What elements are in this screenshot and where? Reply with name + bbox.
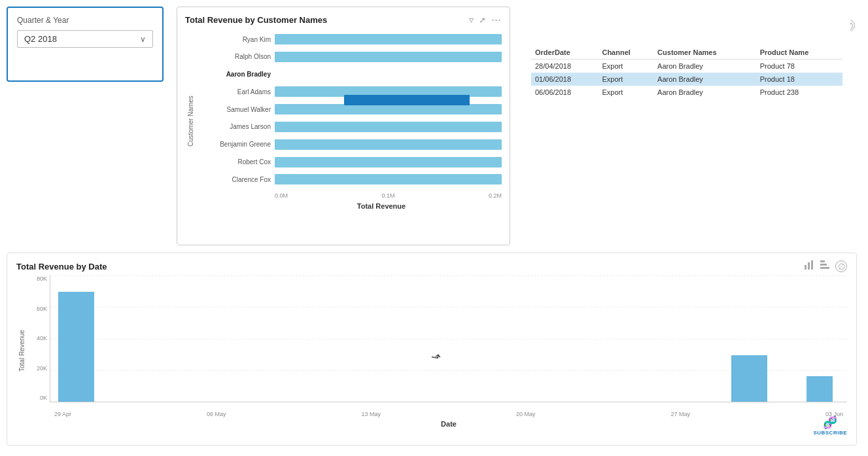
x-tick: 29 Apr: [54, 411, 71, 417]
date-chart-area: Total Revenue 0K 20K 40K 60K 80K: [16, 275, 847, 426]
x-axis-ticks: 0.0M 0.1M 0.2M: [196, 192, 502, 199]
cell-date: 28/04/2018: [531, 60, 598, 73]
bar-chart-icons: ▿ ➚ ⋯: [469, 14, 502, 26]
svg-rect-10: [820, 264, 827, 266]
svg-rect-6: [805, 265, 807, 270]
dropdown-value: Q2 2018: [24, 34, 57, 44]
cell-date: 06/06/2018: [531, 86, 598, 99]
cell-product: Product 238: [756, 86, 842, 99]
cell-customer: Aaron Bradley: [653, 60, 756, 73]
date-chart-plot: 29 Apr 06 May 13 May 20 May 27 May 03 Ju…: [50, 275, 847, 402]
table-row: Ryan Kim: [196, 32, 502, 46]
filter-icon[interactable]: ▿: [469, 14, 474, 25]
table-row: Benjamin Greene: [196, 137, 502, 152]
chevron-down-icon: ∨: [140, 35, 146, 44]
x-tick: 06 May: [207, 411, 226, 417]
y-tick: 40K: [27, 335, 50, 342]
bar-label: Benjamin Greene: [196, 141, 271, 148]
subscribe-label: SUBSCRIBE: [813, 430, 847, 436]
subscribe-button[interactable]: 🧬 SUBSCRIBE: [813, 415, 847, 436]
y-tick: 20K: [27, 365, 50, 372]
svg-rect-8: [811, 260, 813, 270]
date-bar-03jun: [731, 355, 767, 402]
col-header-customer: Customer Names: [653, 46, 756, 60]
y-ticks-container: 0K 20K 40K 60K 80K: [27, 275, 50, 402]
cell-date: 01/06/2018: [531, 73, 598, 86]
col-header-product: Product Name: [756, 46, 842, 60]
x-axis-labels: 29 Apr 06 May 13 May 20 May 27 May 03 Ju…: [50, 411, 847, 417]
grid-line: [50, 307, 847, 307]
bar-label-selected: Aaron Bradley: [196, 71, 271, 78]
bar-ralph-olson: [275, 52, 502, 62]
bar-label: Robert Cox: [196, 158, 271, 166]
bar-label: Samuel Walker: [196, 106, 271, 113]
dna-icon: 🧬: [823, 415, 837, 430]
bar-chart-title: Total Revenue by Customer Names: [185, 15, 327, 25]
x-tick-0: 0.0M: [275, 192, 288, 199]
bar-chart-icon-date[interactable]: [820, 260, 830, 273]
date-y-label: Total Revenue: [16, 275, 27, 426]
selected-bar-overlay: [344, 95, 470, 105]
svg-rect-11: [820, 267, 829, 269]
cell-customer: Aaron Bradley: [653, 86, 756, 99]
cell-channel: Export: [598, 73, 653, 86]
no-icon-date[interactable]: ∅: [835, 260, 847, 272]
expand-icon[interactable]: ➚: [479, 15, 486, 25]
cell-customer: Aaron Bradley: [653, 73, 756, 86]
col-header-channel: Channel: [598, 46, 653, 60]
cell-product: Product 18: [756, 73, 842, 86]
bar-chart-bars-area: Ryan Kim Ralph Olson Aaron Bradley Earl …: [196, 29, 502, 213]
date-chart-panel: Total Revenue by Date ∅ Total Revenue 0K…: [7, 253, 857, 446]
date-chart-icons: ∅: [804, 260, 847, 273]
grid-line: [50, 275, 847, 276]
bar-james-larson: [275, 122, 502, 132]
x-tick-1: 0.1M: [381, 192, 394, 199]
more-icon[interactable]: ⋯: [491, 14, 502, 26]
orders-table: OrderDate Channel Customer Names Product…: [531, 46, 842, 99]
table-row: 28/04/2018 Export Aaron Bradley Product …: [531, 60, 842, 73]
svg-rect-9: [820, 260, 825, 262]
date-chart-title: Total Revenue by Date: [16, 262, 107, 272]
svg-rect-7: [808, 262, 810, 270]
x-tick: 27 May: [670, 411, 690, 417]
table-row: Clarence Fox: [196, 172, 502, 186]
filter-label: Quarter & Year: [17, 16, 153, 25]
x-axis-label: Date: [50, 420, 847, 428]
table-row-highlighted: 01/06/2018 Export Aaron Bradley Product …: [531, 73, 842, 86]
x-axis-label: Total Revenue: [196, 202, 502, 210]
grid-line: [50, 339, 847, 340]
bar-benjamin-greene: [275, 139, 502, 150]
y-tick: 80K: [27, 275, 50, 282]
table-panel: OrderDate Channel Customer Names Product…: [523, 7, 850, 104]
bar-chart-panel: Total Revenue by Customer Names ▿ ➚ ⋯ Cu…: [177, 7, 510, 245]
bar-label: James Larson: [196, 123, 271, 130]
table-header-row: OrderDate Channel Customer Names Product…: [531, 46, 842, 60]
y-tick: 0K: [27, 395, 50, 401]
cell-channel: Export: [598, 86, 653, 99]
table-row: Aaron Bradley: [196, 67, 502, 82]
bar-label: Earl Adams: [196, 88, 271, 96]
date-chart-header: Total Revenue by Date ∅: [16, 260, 847, 273]
x-tick-2: 0.2M: [489, 192, 502, 199]
filter-panel: Quarter & Year Q2 2018 ∨: [7, 7, 164, 82]
bar-chart-header: Total Revenue by Customer Names ▿ ➚ ⋯: [185, 14, 502, 26]
table-row: James Larson: [196, 120, 502, 134]
x-tick: 13 May: [361, 411, 381, 417]
bar-robert-cox: [275, 157, 502, 167]
bar-clarence-fox: [275, 174, 502, 184]
bar-chart-y-label: Customer Names: [185, 29, 196, 213]
date-bar-29apr: [58, 292, 94, 402]
bar-label: Ryan Kim: [196, 36, 271, 43]
table-row: Robert Cox: [196, 155, 502, 169]
bar-label: Ralph Olson: [196, 53, 271, 60]
table-row: Ralph Olson: [196, 50, 502, 64]
grid-line: [50, 370, 847, 371]
quarter-year-dropdown[interactable]: Q2 2018 ∨: [17, 30, 153, 48]
x-tick: 20 May: [516, 411, 536, 417]
bar-ryan-kim: [275, 34, 502, 44]
col-header-orderdate: OrderDate: [531, 46, 598, 60]
table-row: 06/06/2018 Export Aaron Bradley Product …: [531, 86, 842, 99]
chart-icon-date[interactable]: [804, 260, 814, 273]
date-bar-partial: [807, 376, 833, 402]
cell-product: Product 78: [756, 60, 842, 73]
